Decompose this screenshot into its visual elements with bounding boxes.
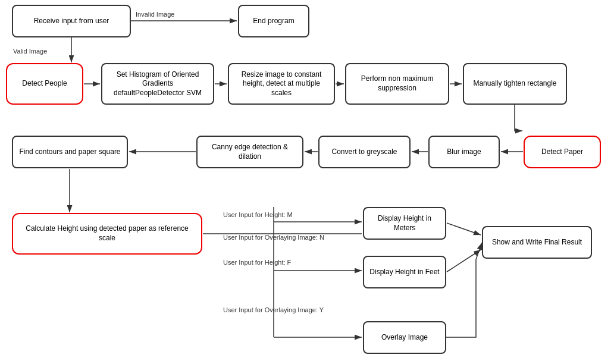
- node-canny-edge: Canny edge detection & dilation: [196, 136, 303, 168]
- label-user-input-f: User Input for Height: F: [223, 259, 291, 266]
- node-detect-people: Detect People: [6, 63, 83, 105]
- node-display-feet: Display Height in Feet: [363, 256, 446, 288]
- node-set-hog: Set Histogram of Oriented Gradients defa…: [101, 63, 214, 105]
- node-convert-greyscale: Convert to greyscale: [318, 136, 411, 168]
- svg-line-16: [447, 250, 481, 272]
- node-manually-tighten: Manually tighten rectangle: [463, 63, 567, 105]
- node-detect-paper: Detect Paper: [524, 136, 601, 168]
- label-user-input-y: User Input for Overlaying Image: Y: [223, 306, 324, 313]
- node-non-max-supp: Perform non maximum suppression: [345, 63, 449, 105]
- node-display-meters: Display Height in Meters: [363, 207, 446, 240]
- node-blur-image: Blur image: [428, 136, 500, 168]
- node-resize-image: Resize image to constant height, detect …: [228, 63, 335, 105]
- node-end-program: End program: [238, 5, 309, 37]
- flowchart-diagram: Receive input from user End program Dete…: [0, 0, 614, 364]
- svg-line-19: [476, 243, 482, 259]
- node-calc-height: Calculate Height using detected paper as…: [12, 213, 202, 255]
- node-find-contours: Find contours and paper square: [12, 136, 128, 168]
- svg-line-15: [447, 223, 481, 235]
- label-user-input-m: User Input for Height: M: [223, 211, 293, 218]
- node-overlay-image: Overlay Image: [363, 321, 446, 354]
- label-invalid-image: Invalid Image: [136, 11, 174, 18]
- node-receive-input: Receive input from user: [12, 5, 131, 37]
- label-valid-image: Valid Image: [13, 48, 47, 55]
- label-user-input-n: User Input for Overlaying Image: N: [223, 234, 324, 241]
- node-show-final: Show and Write Final Result: [482, 226, 592, 259]
